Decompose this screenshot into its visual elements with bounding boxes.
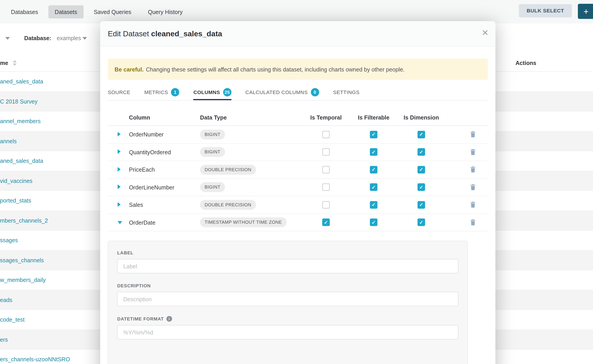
dataset-link[interactable]: mbers_channels_2: [0, 217, 48, 223]
column-name: OrderLineNumber: [129, 184, 200, 190]
table-row: Sales DOUBLE PRECISION: [108, 196, 488, 214]
dataset-link[interactable]: annel_members: [0, 118, 41, 124]
tab-calculated-columns[interactable]: CALCULATED COLUMNS 0: [245, 85, 319, 100]
chevron-down-icon[interactable]: [82, 37, 87, 40]
dataset-link[interactable]: code_test: [0, 316, 25, 323]
calculated-columns-count-badge: 0: [311, 88, 319, 97]
is-filterable-checkbox[interactable]: [370, 201, 377, 209]
delete-icon[interactable]: [470, 131, 476, 137]
expand-caret-icon[interactable]: [118, 167, 120, 171]
datetime-format-field-label: DATETIME FORMAT: [117, 316, 459, 322]
is-dimension-checkbox[interactable]: [417, 183, 425, 191]
tab-settings[interactable]: SETTINGS: [333, 85, 359, 100]
bulk-select-button[interactable]: BULK SELECT: [519, 4, 572, 17]
dataset-link[interactable]: annels: [0, 138, 17, 144]
label-input[interactable]: [117, 259, 459, 273]
is-temporal-checkbox[interactable]: [322, 166, 330, 173]
expand-caret-icon[interactable]: [118, 149, 120, 154]
datetime-format-field-group: DATETIME FORMAT: [117, 316, 459, 339]
is-temporal-checkbox[interactable]: [322, 148, 330, 156]
name-column-header[interactable]: me: [0, 60, 8, 66]
is-filterable-checkbox[interactable]: [370, 130, 377, 138]
database-filter-value[interactable]: examples: [57, 35, 81, 41]
add-dataset-button[interactable]: +: [578, 4, 593, 19]
nav-tab-query-history[interactable]: Query History: [141, 5, 189, 19]
modal-title: Edit Dataset cleaned_sales_data: [108, 29, 222, 38]
dataset-link[interactable]: aned_sales_data: [0, 158, 43, 164]
expand-caret-icon[interactable]: [118, 184, 120, 189]
expand-caret-icon[interactable]: [118, 132, 120, 136]
dataset-link[interactable]: vid_vaccines: [0, 177, 33, 184]
delete-icon[interactable]: [470, 166, 476, 173]
close-icon[interactable]: ✕: [481, 28, 488, 38]
metrics-count-badge: 1: [171, 88, 179, 97]
description-input[interactable]: [117, 292, 459, 306]
column-name: Sales: [129, 202, 200, 208]
dataset-link[interactable]: w_members_daily: [0, 277, 46, 283]
columns-table: Column Data Type Is Temporal Is Filterab…: [108, 109, 488, 231]
is-dimension-checkbox[interactable]: [417, 130, 425, 138]
top-nav: Databases Datasets Saved Queries Query H…: [0, 0, 593, 23]
nav-tab-datasets[interactable]: Datasets: [48, 5, 84, 19]
tab-label: SOURCE: [108, 89, 130, 95]
sort-asc-icon: [13, 60, 17, 62]
modal-title-dataset-name: cleaned_sales_data: [151, 29, 222, 38]
modal-header: Edit Dataset cleaned_sales_data ✕: [100, 21, 495, 46]
delete-icon[interactable]: [470, 202, 476, 208]
dataset-link[interactable]: ported_stats: [0, 197, 31, 204]
table-row: OrderLineNumber BIGINT: [108, 179, 488, 196]
nav-tabs: Databases Datasets Saved Queries Query H…: [0, 0, 593, 23]
is-filterable-checkbox[interactable]: [370, 166, 377, 173]
datetime-format-input[interactable]: [117, 325, 459, 339]
dataset-link[interactable]: aned_sales_data: [0, 78, 43, 84]
is-temporal-checkbox[interactable]: [322, 130, 330, 138]
is-filterable-checkbox[interactable]: [370, 219, 377, 226]
delete-icon[interactable]: [470, 219, 476, 226]
modal-tabs: SOURCE METRICS 1 COLUMNS 25 CALCULATED C…: [108, 85, 488, 101]
tab-columns[interactable]: COLUMNS 25: [193, 85, 231, 100]
data-type-pill: DOUBLE PRECISION: [200, 200, 256, 210]
delete-icon[interactable]: [470, 184, 476, 190]
is-temporal-header: Is Temporal: [302, 114, 350, 120]
delete-icon[interactable]: [470, 149, 476, 155]
dataset-link[interactable]: ssages: [0, 237, 18, 243]
app: Databases Datasets Saved Queries Query H…: [0, 0, 593, 364]
nav-tab-saved-queries[interactable]: Saved Queries: [87, 5, 138, 19]
warning-banner: Be careful. Changing these settings will…: [108, 59, 488, 80]
dataset-link[interactable]: eads: [0, 297, 13, 303]
is-temporal-checkbox[interactable]: [322, 201, 330, 209]
chevron-down-icon[interactable]: [5, 37, 10, 40]
is-temporal-checkbox[interactable]: [322, 183, 330, 191]
column-header: Column: [129, 114, 200, 120]
expand-caret-icon[interactable]: [118, 202, 120, 207]
table-row: OrderDate TIMESTAMP WITHOUT TIME ZONE: [108, 214, 488, 231]
nav-tab-databases[interactable]: Databases: [5, 5, 45, 19]
is-dimension-checkbox[interactable]: [417, 166, 425, 173]
data-type-pill: BIGINT: [200, 147, 225, 157]
edit-dataset-modal: Edit Dataset cleaned_sales_data ✕ Be car…: [100, 21, 495, 364]
is-filterable-checkbox[interactable]: [370, 183, 377, 191]
warning-bold-text: Be careful.: [115, 66, 144, 72]
is-filterable-checkbox[interactable]: [370, 148, 377, 156]
collapse-caret-icon[interactable]: [118, 221, 122, 224]
column-name: OrderDate: [129, 219, 200, 226]
tab-source[interactable]: SOURCE: [108, 85, 130, 100]
data-type-pill: BIGINT: [200, 182, 225, 192]
info-icon[interactable]: [166, 316, 172, 322]
tab-label: METRICS: [144, 89, 168, 95]
sort-icons[interactable]: [13, 60, 17, 66]
is-dimension-checkbox[interactable]: [417, 219, 425, 226]
tab-metrics[interactable]: METRICS 1: [144, 85, 179, 100]
dataset-link[interactable]: ers: [0, 336, 8, 343]
is-dimension-checkbox[interactable]: [417, 148, 425, 156]
is-temporal-checkbox[interactable]: [322, 219, 330, 226]
dataset-link[interactable]: C 2018 Survey: [0, 98, 38, 104]
column-name: OrderNumber: [129, 131, 200, 137]
is-dimension-checkbox[interactable]: [417, 201, 425, 209]
data-type-pill: BIGINT: [200, 130, 225, 139]
columns-table-header: Column Data Type Is Temporal Is Filterab…: [108, 109, 488, 126]
description-field-group: DESCRIPTION: [117, 283, 459, 306]
dataset-link[interactable]: ssages_channels: [0, 257, 44, 263]
dataset-link[interactable]: ers_channels-uzooNNtSRO: [0, 356, 70, 362]
database-filter-label: Database:: [24, 35, 51, 41]
